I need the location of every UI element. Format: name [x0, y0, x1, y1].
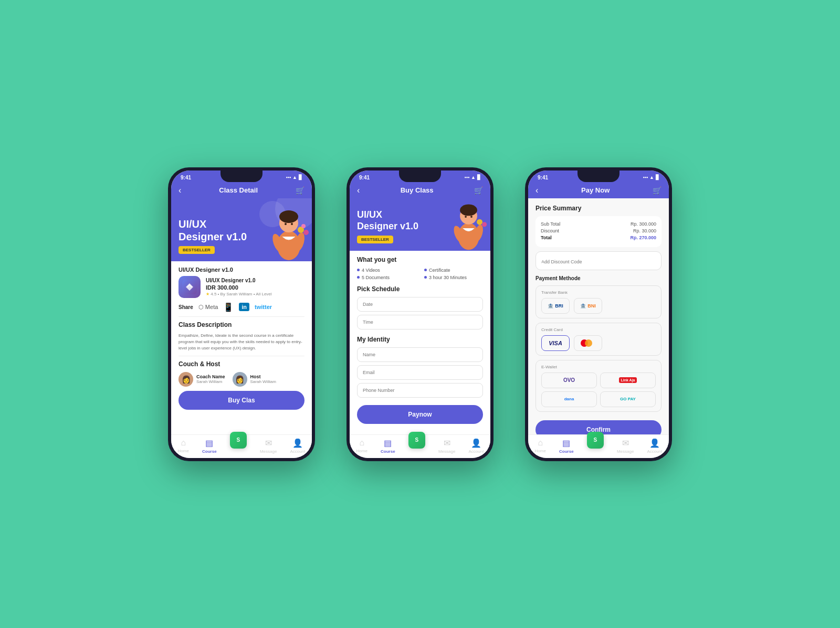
- bottom-nav-1: ⌂ Home ▤ Course S ✉ Message 👤 Account: [171, 434, 312, 458]
- nav-home-1[interactable]: ⌂ Home: [178, 438, 189, 454]
- feature-label-4: 3 hour 30 Minutes: [429, 275, 467, 280]
- identity-title: My Identity: [357, 336, 483, 343]
- nav-account-label-2: Account: [469, 449, 484, 454]
- ewallet-title: E-Wallet: [541, 365, 656, 369]
- host-avatar: 👩: [233, 372, 247, 387]
- nav-message-label-3: Message: [617, 449, 634, 454]
- nav-course-3[interactable]: ▤ Course: [559, 438, 574, 454]
- scroll-area-2[interactable]: What you get 4 Videos Certificate 5 Docu…: [350, 251, 490, 434]
- status-icons-1: ▪▪▪▲▊: [286, 175, 303, 180]
- feature-label-3: 5 Documents: [362, 275, 390, 280]
- class-card: UI/UX Designer v1.0 IDR 300.000 ★ 4.5 • …: [178, 276, 304, 298]
- cart-icon-3[interactable]: 🛒: [653, 186, 662, 195]
- share-row: Share ⬡ Meta 📱 in twitter: [178, 302, 304, 312]
- mastercard-logo[interactable]: [574, 335, 602, 351]
- coach-item: 👩 Coach Name Sarah William: [178, 372, 225, 387]
- discount-input-wrapper: [536, 251, 662, 270]
- time-input[interactable]: [357, 315, 483, 329]
- sub-total-value: Rp. 300.000: [631, 221, 656, 227]
- nav-course-1[interactable]: ▤ Course: [202, 438, 217, 454]
- nav-account-2[interactable]: 👤 Account: [469, 438, 484, 454]
- bni-logo[interactable]: 🏦 BNI: [574, 298, 602, 314]
- svg-point-9: [301, 224, 306, 228]
- scroll-area-3[interactable]: Price Summary Sub Total Rp. 300.000 Disc…: [528, 198, 669, 434]
- twitter-icon[interactable]: twitter: [255, 304, 272, 310]
- buy-button[interactable]: Buy Clas: [178, 391, 304, 410]
- features-grid: 4 Videos Certificate 5 Documents 3 hour …: [357, 268, 483, 280]
- ovo-logo[interactable]: OVO: [541, 372, 597, 388]
- class-price: IDR 300.000: [206, 284, 272, 291]
- nav-message-3[interactable]: ✉ Message: [617, 438, 634, 454]
- meta-icon[interactable]: ⬡ Meta: [198, 304, 218, 311]
- class-name: UI/UX Designer v1.0: [206, 278, 272, 283]
- dana-logo[interactable]: dana: [541, 391, 597, 407]
- visa-logo[interactable]: VISA: [541, 335, 570, 351]
- back-btn-3[interactable]: ‹: [536, 186, 538, 195]
- coach-role: Coach Name: [196, 374, 225, 379]
- svg-point-2: [279, 210, 298, 223]
- back-btn-2[interactable]: ‹: [357, 186, 360, 195]
- whatsapp-icon[interactable]: 📱: [223, 302, 234, 312]
- total-row: Total Rp. 270.000: [541, 235, 656, 240]
- header-1: ‹ Class Detail 🛒: [171, 183, 312, 198]
- nav-home-label-1: Home: [178, 449, 189, 453]
- discount-label: Discount: [541, 228, 559, 233]
- hero-illustration-1: [269, 201, 309, 261]
- home-icon-1: ⌂: [181, 438, 186, 448]
- gopay-logo[interactable]: GO PAY: [600, 391, 656, 407]
- time-1: 9:41: [181, 175, 191, 180]
- nav-logo-1[interactable]: S: [230, 438, 247, 454]
- price-summary-title: Price Summary: [536, 205, 662, 212]
- nav-logo-2[interactable]: S: [408, 438, 425, 454]
- hero-illustration-2: [450, 198, 487, 251]
- credit-card-section: Credit Card VISA: [536, 323, 662, 356]
- nav-account-3[interactable]: 👤 Account: [647, 438, 663, 454]
- home-icon-3: ⌂: [538, 438, 543, 448]
- linkedin-icon[interactable]: in: [239, 303, 249, 311]
- date-input[interactable]: [357, 297, 483, 312]
- email-input[interactable]: [357, 365, 483, 380]
- class-section-title: UI/UX Designer v1.0: [178, 267, 304, 273]
- discount-code-input[interactable]: [541, 259, 656, 264]
- phone-3: 9:41 ▪▪▪▲▊ ‹ Pay Now 🛒 Price Summary Sub…: [525, 167, 672, 461]
- transfer-logos: 🏦 BRI 🏦 BNI: [541, 298, 656, 314]
- total-label: Total: [541, 235, 552, 240]
- nav-home-label-3: Home: [535, 449, 546, 453]
- nav-message-1[interactable]: ✉ Message: [260, 438, 277, 454]
- feature-1: 4 Videos: [357, 268, 416, 273]
- center-logo-1: S: [230, 432, 247, 449]
- linkaja-logo[interactable]: Link Aja: [600, 372, 656, 388]
- nav-message-2[interactable]: ✉ Message: [438, 438, 455, 454]
- nav-home-3[interactable]: ⌂ Home: [535, 438, 546, 454]
- cart-icon-2[interactable]: 🛒: [474, 186, 483, 195]
- price-summary-card: Sub Total Rp. 300.000 Discount Rp. 30.00…: [536, 216, 662, 247]
- bri-logo[interactable]: 🏦 BRI: [541, 298, 570, 314]
- notch-1: [220, 171, 262, 182]
- back-btn-1[interactable]: ‹: [178, 186, 181, 195]
- svg-point-13: [460, 204, 477, 216]
- nav-home-2[interactable]: ⌂ Home: [356, 438, 368, 454]
- nav-course-2[interactable]: ▤ Course: [381, 438, 395, 454]
- time-2: 9:41: [359, 175, 370, 180]
- nav-account-1[interactable]: 👤 Account: [290, 438, 306, 454]
- coach-name: Sarah William: [196, 379, 225, 384]
- cart-icon-1[interactable]: 🛒: [296, 186, 304, 195]
- ewallet-grid: OVO Link Aja dana GO PAY: [541, 372, 656, 407]
- svg-point-19: [482, 222, 487, 227]
- class-icon: [178, 276, 201, 298]
- phone-input[interactable]: [357, 383, 483, 398]
- notch-3: [578, 171, 620, 182]
- hero-2: UI/UX Designer v1.0 BESTSELLER: [350, 198, 490, 251]
- nav-logo-3[interactable]: S: [587, 438, 604, 454]
- phone-1: 9:41 ▪▪▪▲▊ ‹ Class Detail 🛒 UI/UX Design…: [168, 167, 315, 461]
- paynow-button[interactable]: Paynow: [357, 405, 483, 424]
- nav-course-label-2: Course: [381, 449, 395, 454]
- name-input[interactable]: [357, 347, 483, 362]
- notch-2: [399, 171, 441, 182]
- feature-3: 5 Documents: [357, 275, 416, 280]
- feature-4: 3 hour 30 Minutes: [424, 275, 483, 280]
- message-icon-2: ✉: [444, 438, 450, 448]
- scroll-area-1[interactable]: UI/UX Designer v1.0 UI/UX Designer v1.0 …: [171, 261, 312, 434]
- account-icon-1: 👤: [292, 438, 303, 448]
- header-3: ‹ Pay Now 🛒: [528, 183, 669, 198]
